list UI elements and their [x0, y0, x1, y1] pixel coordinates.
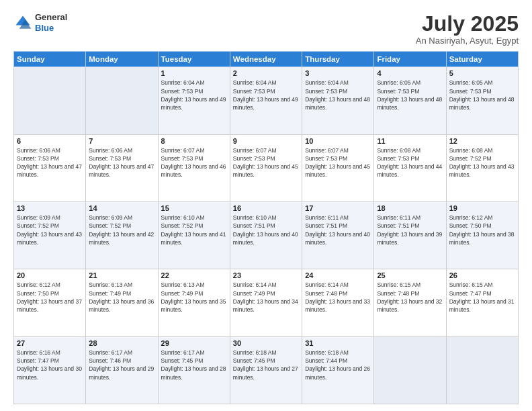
day-number: 24 — [305, 271, 371, 279]
day-number: 12 — [449, 137, 515, 145]
day-number: 17 — [305, 204, 371, 212]
day-number: 2 — [233, 69, 299, 77]
day-info: Sunrise: 6:15 AMSunset: 7:48 PMDaylight:… — [377, 281, 443, 314]
day-number: 7 — [89, 137, 154, 145]
day-info: Sunrise: 6:09 AMSunset: 7:52 PMDaylight:… — [89, 214, 154, 246]
day-info: Sunrise: 6:04 AMSunset: 7:53 PMDaylight:… — [161, 79, 227, 111]
day-info: Sunrise: 6:18 AMSunset: 7:45 PMDaylight:… — [233, 349, 299, 381]
calendar-day-cell: 4Sunrise: 6:05 AMSunset: 7:53 PMDaylight… — [374, 67, 446, 134]
calendar-day-cell: 17Sunrise: 6:11 AMSunset: 7:51 PMDayligh… — [302, 201, 374, 269]
day-info: Sunrise: 6:07 AMSunset: 7:53 PMDaylight:… — [305, 146, 371, 179]
day-info: Sunrise: 6:06 AMSunset: 7:53 PMDaylight:… — [89, 146, 154, 179]
day-info: Sunrise: 6:09 AMSunset: 7:52 PMDaylight:… — [17, 214, 83, 246]
day-info: Sunrise: 6:04 AMSunset: 7:53 PMDaylight:… — [305, 79, 371, 111]
calendar-day-cell: 1Sunrise: 6:04 AMSunset: 7:53 PMDaylight… — [158, 67, 230, 134]
day-info: Sunrise: 6:14 AMSunset: 7:48 PMDaylight:… — [305, 281, 371, 314]
day-info: Sunrise: 6:17 AMSunset: 7:45 PMDaylight:… — [161, 349, 227, 381]
day-number: 9 — [233, 137, 299, 145]
weekday-header-row: SundayMondayTuesdayWednesdayThursdayFrid… — [14, 52, 519, 67]
calendar-day-cell: 30Sunrise: 6:18 AMSunset: 7:45 PMDayligh… — [230, 336, 302, 404]
weekday-header-cell: Monday — [86, 52, 158, 67]
day-number: 1 — [161, 69, 227, 77]
day-number: 23 — [233, 271, 299, 279]
day-number: 4 — [377, 69, 443, 77]
day-number: 10 — [305, 137, 371, 145]
calendar-week-row: 27Sunrise: 6:16 AMSunset: 7:47 PMDayligh… — [14, 336, 519, 404]
calendar-day-cell: 26Sunrise: 6:15 AMSunset: 7:47 PMDayligh… — [446, 269, 518, 336]
title-block: July 2025 An Nasiriyah, Asyut, Egypt — [416, 12, 519, 46]
day-info: Sunrise: 6:13 AMSunset: 7:49 PMDaylight:… — [89, 281, 154, 314]
day-info: Sunrise: 6:10 AMSunset: 7:52 PMDaylight:… — [161, 214, 227, 246]
calendar-day-cell: 7Sunrise: 6:06 AMSunset: 7:53 PMDaylight… — [86, 134, 158, 201]
day-info: Sunrise: 6:11 AMSunset: 7:51 PMDaylight:… — [377, 214, 443, 246]
weekday-header-cell: Saturday — [446, 52, 518, 67]
calendar-day-cell: 29Sunrise: 6:17 AMSunset: 7:45 PMDayligh… — [158, 336, 230, 404]
calendar-day-cell: 24Sunrise: 6:14 AMSunset: 7:48 PMDayligh… — [302, 269, 374, 336]
weekday-header-cell: Tuesday — [158, 52, 230, 67]
calendar-day-cell: 8Sunrise: 6:07 AMSunset: 7:53 PMDaylight… — [158, 134, 230, 201]
day-info: Sunrise: 6:07 AMSunset: 7:53 PMDaylight:… — [161, 146, 227, 179]
calendar-table: SundayMondayTuesdayWednesdayThursdayFrid… — [13, 51, 519, 404]
calendar-day-cell: 31Sunrise: 6:18 AMSunset: 7:44 PMDayligh… — [302, 336, 374, 404]
calendar-day-cell: 16Sunrise: 6:10 AMSunset: 7:51 PMDayligh… — [230, 201, 302, 269]
day-number: 27 — [17, 339, 83, 347]
calendar-day-cell — [14, 67, 86, 134]
calendar-day-cell — [374, 336, 446, 404]
day-info: Sunrise: 6:08 AMSunset: 7:53 PMDaylight:… — [377, 146, 443, 179]
day-number: 5 — [449, 69, 515, 77]
day-info: Sunrise: 6:05 AMSunset: 7:53 PMDaylight:… — [377, 79, 443, 111]
day-number: 15 — [161, 204, 227, 212]
day-info: Sunrise: 6:13 AMSunset: 7:49 PMDaylight:… — [161, 281, 227, 314]
day-number: 26 — [449, 271, 515, 279]
calendar-day-cell: 27Sunrise: 6:16 AMSunset: 7:47 PMDayligh… — [14, 336, 86, 404]
calendar-week-row: 20Sunrise: 6:12 AMSunset: 7:50 PMDayligh… — [14, 269, 519, 336]
calendar-day-cell: 19Sunrise: 6:12 AMSunset: 7:50 PMDayligh… — [446, 201, 518, 269]
weekday-header-cell: Sunday — [14, 52, 86, 67]
day-number: 20 — [17, 271, 83, 279]
day-number: 29 — [161, 339, 227, 347]
day-number: 18 — [377, 204, 443, 212]
calendar-day-cell: 22Sunrise: 6:13 AMSunset: 7:49 PMDayligh… — [158, 269, 230, 336]
calendar-week-row: 1Sunrise: 6:04 AMSunset: 7:53 PMDaylight… — [14, 67, 519, 134]
calendar-day-cell: 28Sunrise: 6:17 AMSunset: 7:46 PMDayligh… — [86, 336, 158, 404]
header: General Blue July 2025 An Nasiriyah, Asy… — [13, 12, 519, 46]
calendar-day-cell: 5Sunrise: 6:05 AMSunset: 7:53 PMDaylight… — [446, 67, 518, 134]
weekday-header-cell: Friday — [374, 52, 446, 67]
day-number: 30 — [233, 339, 299, 347]
calendar-day-cell: 11Sunrise: 6:08 AMSunset: 7:53 PMDayligh… — [374, 134, 446, 201]
day-number: 11 — [377, 137, 443, 145]
calendar-day-cell — [86, 67, 158, 134]
calendar-day-cell: 12Sunrise: 6:08 AMSunset: 7:52 PMDayligh… — [446, 134, 518, 201]
day-info: Sunrise: 6:07 AMSunset: 7:53 PMDaylight:… — [233, 146, 299, 179]
day-info: Sunrise: 6:04 AMSunset: 7:53 PMDaylight:… — [233, 79, 299, 111]
page: General Blue July 2025 An Nasiriyah, Asy… — [0, 0, 532, 411]
calendar-day-cell: 13Sunrise: 6:09 AMSunset: 7:52 PMDayligh… — [14, 201, 86, 269]
day-number: 28 — [89, 339, 154, 347]
calendar-day-cell: 10Sunrise: 6:07 AMSunset: 7:53 PMDayligh… — [302, 134, 374, 201]
day-info: Sunrise: 6:10 AMSunset: 7:51 PMDaylight:… — [233, 214, 299, 246]
calendar-day-cell: 2Sunrise: 6:04 AMSunset: 7:53 PMDaylight… — [230, 67, 302, 134]
day-number: 22 — [161, 271, 227, 279]
calendar-day-cell: 21Sunrise: 6:13 AMSunset: 7:49 PMDayligh… — [86, 269, 158, 336]
day-number: 31 — [305, 339, 371, 347]
day-info: Sunrise: 6:18 AMSunset: 7:44 PMDaylight:… — [305, 349, 371, 381]
day-number: 19 — [449, 204, 515, 212]
logo: General Blue — [13, 12, 67, 33]
calendar-day-cell: 3Sunrise: 6:04 AMSunset: 7:53 PMDaylight… — [302, 67, 374, 134]
calendar-day-cell: 18Sunrise: 6:11 AMSunset: 7:51 PMDayligh… — [374, 201, 446, 269]
day-number: 3 — [305, 69, 371, 77]
calendar-day-cell: 6Sunrise: 6:06 AMSunset: 7:53 PMDaylight… — [14, 134, 86, 201]
calendar-day-cell: 15Sunrise: 6:10 AMSunset: 7:52 PMDayligh… — [158, 201, 230, 269]
day-info: Sunrise: 6:16 AMSunset: 7:47 PMDaylight:… — [17, 349, 83, 381]
day-info: Sunrise: 6:12 AMSunset: 7:50 PMDaylight:… — [17, 281, 83, 314]
day-number: 14 — [89, 204, 154, 212]
logo-icon — [13, 13, 32, 32]
day-info: Sunrise: 6:06 AMSunset: 7:53 PMDaylight:… — [17, 146, 83, 179]
day-number: 13 — [17, 204, 83, 212]
location-subtitle: An Nasiriyah, Asyut, Egypt — [416, 36, 519, 46]
day-info: Sunrise: 6:11 AMSunset: 7:51 PMDaylight:… — [305, 214, 371, 246]
weekday-header-cell: Wednesday — [230, 52, 302, 67]
calendar-day-cell: 23Sunrise: 6:14 AMSunset: 7:49 PMDayligh… — [230, 269, 302, 336]
day-number: 16 — [233, 204, 299, 212]
day-number: 6 — [17, 137, 83, 145]
